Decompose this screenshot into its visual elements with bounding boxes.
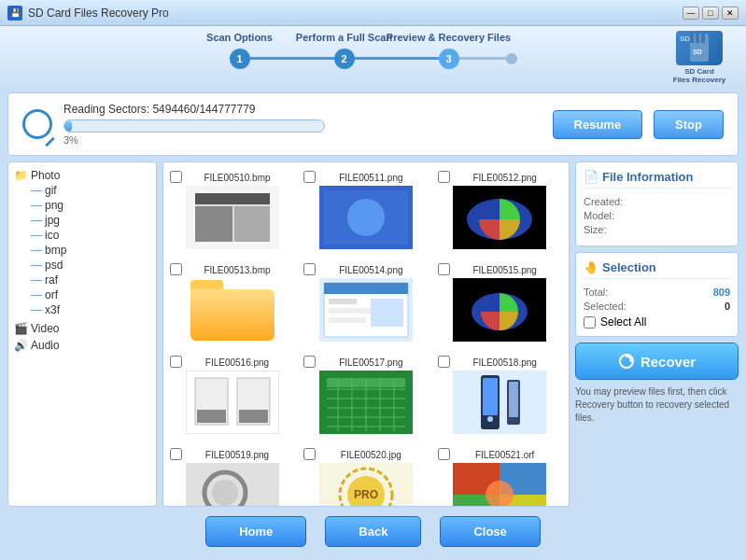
grid-item-file00516[interactable]: FILE00516.png: [167, 351, 297, 440]
selected-value: 0: [725, 301, 730, 312]
svg-rect-27: [197, 410, 226, 423]
file00517-thumb: [319, 370, 413, 435]
file00519-checkbox[interactable]: [170, 448, 182, 460]
file00513-checkbox[interactable]: [170, 263, 182, 275]
svg-rect-17: [324, 283, 408, 294]
file-icon-png: —: [31, 199, 42, 212]
svg-rect-2: [696, 34, 699, 43]
grid-item-file00521[interactable]: FILE00521.orf: [435, 443, 565, 507]
progress-section: Reading Sectors: 5494460/144777779 3% Re…: [7, 92, 739, 156]
svg-rect-19: [329, 308, 375, 314]
file00510-checkbox[interactable]: [170, 171, 182, 183]
step-line-3: [459, 57, 506, 60]
maximize-button[interactable]: □: [702, 7, 719, 20]
minimize-button[interactable]: —: [683, 7, 699, 20]
tree-item-photo[interactable]: 📁 Photo: [14, 168, 150, 183]
tree-item-orf[interactable]: — orf: [14, 287, 150, 302]
progress-info: Reading Sectors: 5494460/144777779 3%: [63, 103, 542, 146]
svg-rect-18: [329, 299, 357, 304]
svg-point-44: [487, 416, 493, 422]
file-tree: 📁 Photo — gif — png — jpg — ico — bmp — …: [7, 161, 157, 507]
created-label: Created:: [584, 196, 635, 207]
file00512-checkbox[interactable]: [438, 171, 450, 183]
file00518-checkbox[interactable]: [438, 356, 450, 368]
grid-item-file00513[interactable]: FILE00513.bmp: [167, 259, 297, 347]
select-all-checkbox[interactable]: [584, 316, 596, 329]
grid-item-file00518[interactable]: FILE00518.png: [435, 351, 565, 440]
file-icon-orf: —: [31, 288, 42, 301]
file00515-checkbox[interactable]: [438, 263, 450, 275]
folder-icon: 📁: [14, 169, 28, 182]
total-label: Total:: [584, 287, 608, 298]
file00516-checkbox[interactable]: [170, 356, 182, 368]
file-icon-psd: —: [31, 259, 42, 272]
file-info-panel: 📄 File Information Created: Model: Size:: [575, 161, 739, 246]
tree-item-bmp[interactable]: — bmp: [14, 243, 150, 258]
home-button[interactable]: Home: [205, 516, 306, 547]
file-info-icon: 📄: [584, 170, 598, 184]
tree-item-audio[interactable]: 🔊 Audio: [14, 338, 150, 353]
recover-hint: You may preview files first, then click …: [575, 385, 739, 425]
file00520-thumb: PRO: [319, 462, 413, 507]
sdcard-icon: SD: [676, 31, 723, 65]
progress-percent: 3%: [63, 134, 542, 146]
app-title: SD Card Files Recovery Pro: [28, 7, 680, 20]
grid-container: FILE00510.bmp FILE00511.png FILE00512.pn…: [167, 166, 565, 507]
stop-button[interactable]: Stop: [654, 110, 724, 139]
tree-item-png[interactable]: — png: [14, 198, 150, 213]
back-button[interactable]: Back: [325, 516, 421, 547]
size-row: Size:: [584, 224, 730, 235]
grid-item-file00515[interactable]: FILE00515.png: [435, 259, 565, 347]
file00520-checkbox[interactable]: [303, 448, 316, 460]
file-icon-ico: —: [31, 229, 42, 242]
file-icon-x3f: —: [31, 303, 42, 316]
tree-item-ico[interactable]: — ico: [14, 228, 150, 243]
tree-item-x3f[interactable]: — x3f: [14, 302, 150, 317]
grid-item-file00514[interactable]: FILE00514.png: [301, 259, 430, 347]
size-label: Size:: [584, 224, 635, 235]
svg-rect-46: [509, 382, 518, 417]
file00511-thumb: [319, 185, 413, 250]
close-button[interactable]: Close: [440, 516, 540, 547]
tree-item-gif[interactable]: — gif: [14, 183, 150, 198]
grid-item-file00517[interactable]: FILE00517.png: [301, 351, 430, 440]
svg-rect-9: [234, 206, 270, 242]
step-1-label: Scan Options: [206, 32, 273, 43]
tree-item-raf[interactable]: — raf: [14, 273, 150, 287]
audio-icon: 🔊: [14, 339, 28, 352]
file-icon-jpg: —: [31, 214, 42, 227]
file00519-thumb: [186, 462, 279, 507]
model-row: Model:: [584, 210, 730, 221]
grid-item-file00512[interactable]: FILE00512.png: [435, 166, 565, 255]
main-content: 📁 Photo — gif — png — jpg — ico — bmp — …: [7, 161, 739, 507]
grid-item-file00511[interactable]: FILE00511.png: [301, 166, 430, 255]
model-label: Model:: [584, 210, 635, 221]
file-info-title: 📄 File Information: [584, 170, 730, 189]
file00521-thumb: [453, 462, 546, 507]
titlebar: 💾 SD Card Files Recovery Pro — □ ✕: [0, 0, 746, 26]
select-all-label: Select All: [600, 315, 646, 329]
tree-item-video[interactable]: 🎬 Video: [14, 321, 150, 336]
step-line-1: [250, 57, 334, 60]
selection-title: 🤚 Selection: [584, 260, 730, 279]
app-icon: 💾: [7, 6, 22, 21]
file00514-checkbox[interactable]: [303, 263, 316, 275]
sd-logo: SD SD CardFiles Recovery: [667, 31, 732, 85]
svg-rect-28: [239, 410, 268, 423]
select-all-row: Select All: [584, 315, 730, 329]
tree-item-jpg[interactable]: — jpg: [14, 213, 150, 228]
resume-button[interactable]: Resume: [553, 110, 643, 139]
progress-bar-background: [63, 119, 325, 133]
close-window-button[interactable]: ✕: [722, 7, 739, 20]
file00511-checkbox[interactable]: [303, 171, 316, 183]
selected-label: Selected:: [584, 301, 626, 312]
tree-item-psd[interactable]: — psd: [14, 258, 150, 273]
grid-item-file00519[interactable]: FILE00519.png: [167, 443, 297, 507]
grid-item-file00520[interactable]: FILE00520.jpg PRO: [301, 443, 430, 507]
grid-item-file00510[interactable]: FILE00510.bmp: [167, 166, 297, 255]
recover-icon: [618, 353, 635, 370]
file00521-checkbox[interactable]: [438, 448, 450, 460]
recover-button[interactable]: Recover: [575, 343, 739, 380]
file00517-checkbox[interactable]: [303, 356, 316, 368]
file00510-thumb: [186, 185, 279, 250]
